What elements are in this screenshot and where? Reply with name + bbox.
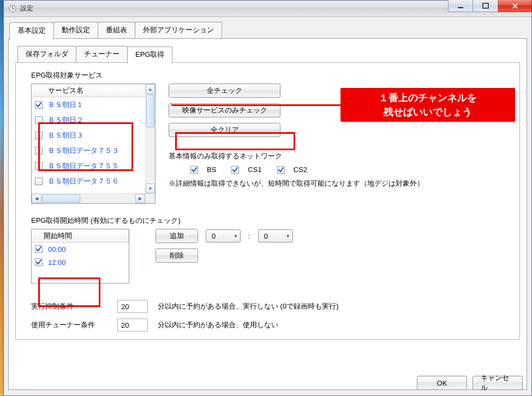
settings-window: 設定 基本設定 動作設定 番組表 外部アプリケーション 保存フォルダ チュ [3,0,532,396]
time-colon: : [248,232,250,240]
list-item[interactable]: ＢＳ朝日データ７５６ [32,174,145,189]
scroll-thumb[interactable] [146,94,154,127]
basic-network-label: 基本情報のみ取得するネットワーク [169,151,512,161]
primary-tabstrip: 基本設定 動作設定 番組表 外部アプリケーション [9,21,527,38]
maximize-button[interactable] [473,0,498,12]
minimize-button[interactable] [448,0,473,12]
list-item[interactable]: ＢＳ朝日１ [32,97,145,113]
scroll-down-icon[interactable]: ▼ [146,184,155,193]
scroll-thumb[interactable] [42,194,80,203]
list-item[interactable]: ＢＳ朝日２ [32,113,145,128]
delete-time-button[interactable]: 削除 [156,249,198,263]
titlebar[interactable]: 設定 [4,1,531,17]
network-bs-label: BS [207,166,216,174]
tab-epg[interactable]: EPG取得 [127,46,172,63]
chevron-down-icon: ▼ [234,234,238,239]
minute-value: 0 [264,232,268,240]
tab-program-guide[interactable]: 番組表 [98,22,135,39]
checkbox-icon[interactable] [35,162,43,170]
suppress-label: 実行抑制条件 [31,302,107,311]
checkbox-icon[interactable] [277,166,285,174]
checkbox-icon[interactable] [231,166,239,174]
service-name: ＢＳ朝日データ７５３ [48,146,119,156]
checkbox-icon[interactable] [35,147,43,155]
start-time-section-label: EPG取得開始時間 (有効にするものにチェック) [31,216,512,226]
cancel-button[interactable]: キャンセル [473,376,523,390]
network-cs1-label: CS1 [248,166,261,174]
checkbox-icon[interactable] [35,101,43,109]
checkbox-icon[interactable] [35,116,43,124]
window-title: 設定 [20,4,33,13]
checkbox-icon[interactable] [190,166,198,174]
list-item[interactable]: ＢＳ朝日３ [32,128,145,143]
svg-rect-3 [458,7,463,8]
service-name: ＢＳ朝日データ７５５ [48,161,119,171]
checkbox-icon[interactable] [35,258,43,266]
service-column-header: サービス名 [48,86,83,96]
tab-operation-settings[interactable]: 動作設定 [53,22,98,39]
network-cs2-checkbox[interactable]: CS2 [277,166,307,174]
list-item[interactable]: 12:00 [32,256,129,269]
start-time-listbox[interactable]: 開始時間 00:00 12:00 [31,229,129,283]
tuner-cond-minutes-input[interactable]: 20 [117,318,148,332]
chevron-down-icon: ▼ [286,234,290,239]
tab-basic-settings[interactable]: 基本設定 [9,22,54,39]
clear-all-button[interactable]: 全クリア [169,123,280,137]
checkbox-icon[interactable] [35,178,43,185]
scroll-up-icon[interactable]: ▲ [146,84,155,94]
service-name: ＢＳ朝日データ７５６ [48,176,119,186]
list-item[interactable]: ＢＳ朝日データ７５３ [32,143,145,158]
start-time-column-header: 開始時間 [44,231,72,241]
start-time-value: 12:00 [48,258,66,267]
svg-rect-4 [483,3,488,8]
clock-icon [8,4,17,13]
tuner-cond-suffix: 分以内に予約がある場合、使用しない [158,320,278,330]
annotation-callout: １番上のチャンネルを 残せばいいでしょう [340,88,515,122]
start-time-value: 00:00 [48,245,66,253]
suppress-suffix: 分以内に予約がある場合、実行しない (0で録画時も実行) [158,302,339,311]
check-all-button[interactable]: 全チェック [169,84,280,98]
tab-external-app[interactable]: 外部アプリケーション [135,22,222,39]
network-cs1-checkbox[interactable]: CS1 [231,166,261,174]
scroll-left-icon[interactable]: ◀ [32,194,41,203]
tuner-cond-label: 使用チューナー条件 [31,320,107,330]
vertical-scrollbar[interactable]: ▲ ▼ [145,84,155,193]
network-bs-checkbox[interactable]: BS [190,166,216,174]
list-item[interactable]: ＢＳ朝日データ７５５ [32,158,145,174]
service-list-body: ＢＳ朝日１ ＢＳ朝日２ ＢＳ朝日３ [32,97,145,193]
secondary-tabstrip: 保存フォルダ チューナー EPG取得 [17,45,520,62]
tab-save-folder[interactable]: 保存フォルダ [17,46,76,63]
network-cs2-label: CS2 [294,166,307,174]
horizontal-scrollbar[interactable]: ◀ ▶ [32,193,145,203]
tab-tuner[interactable]: チューナー [76,46,128,63]
client-area: 基本設定 動作設定 番組表 外部アプリケーション 保存フォルダ チューナー EP… [4,17,531,395]
basic-info-note: ※詳細情報は取得できないが、短時間で取得可能になります（地デジは対象外） [169,179,512,188]
scroll-corner [145,193,155,203]
service-name: ＢＳ朝日２ [48,115,83,125]
scroll-right-icon[interactable]: ▶ [135,194,145,203]
service-name: ＢＳ朝日１ [48,100,83,110]
suppress-minutes-input[interactable]: 20 [117,300,148,313]
dialog-footer: OK キャンセル [417,376,523,390]
service-name: ＢＳ朝日３ [48,131,83,140]
minute-dropdown[interactable]: 0 ▼ [258,229,293,243]
checkbox-icon[interactable] [35,245,43,253]
epg-service-label: EPG取得対象サービス [31,70,512,80]
annotation-leader-line [171,104,340,106]
list-item[interactable]: 00:00 [32,243,129,256]
start-time-header[interactable]: 開始時間 [32,229,129,243]
checkbox-icon[interactable] [35,132,43,139]
close-button[interactable] [498,0,532,12]
add-time-button[interactable]: 追加 [156,229,198,243]
ok-button[interactable]: OK [417,376,467,390]
hour-value: 0 [212,232,216,240]
service-listbox[interactable]: サービス名 ＢＳ朝日１ ＢＳ朝日２ [31,84,156,204]
service-list-header[interactable]: サービス名 [32,84,155,97]
hour-dropdown[interactable]: 0 ▼ [206,229,241,243]
window-controls [448,0,532,12]
